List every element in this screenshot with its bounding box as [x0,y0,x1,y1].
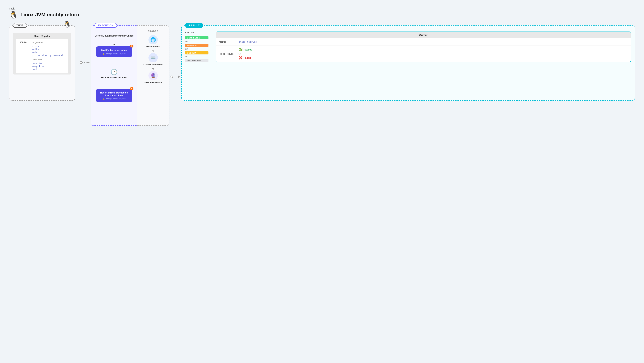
output-title: Output [216,32,631,38]
badge-queued: QUEUED [185,51,208,54]
derive-step: Derive Linux machine under Chaos [94,34,134,37]
passed-result: ✅ Passed [238,48,252,52]
field-method: method [32,48,63,50]
required-header: REQUIRED [32,42,63,44]
x-circle-icon: ❌ [238,56,242,60]
or-probe: OR [238,53,252,55]
revert-privilege: Privilege access required [106,98,126,100]
field-pid: pid or startup command [32,54,63,56]
user-inputs-title: User Inputs [16,35,68,38]
optional-header: OPTIONAL [32,59,63,61]
execution-badge: EXECUTION [94,23,117,28]
modify-step-title: Modify the return value [99,49,129,52]
modify-step-box: ⚑ Modify the return value 🔒 Privilege ac… [96,46,132,57]
fault-label: Fault [9,7,635,10]
metrics-value: chaos metrics [238,40,257,43]
lock-icon: 🔒 [102,53,105,54]
page-title: Linux JVM modify return [20,12,79,18]
probe-to-result-arrow [170,76,181,78]
command-probe-name: COMMAND PROBE [144,64,162,66]
linux-tux-icon: 🐧 [63,20,71,28]
srm-probe-name: SRM SLO PROBE [144,81,162,84]
tune-badge: TUNE [13,23,27,28]
badge-errored: ERRORED [185,44,208,47]
tunable-label: Tunable [18,41,30,43]
field-return: return [32,51,63,54]
command-probe: ⌨️ COMMAND PROBE [140,53,166,66]
revert-step-box: ⚑ Revert stress process on Linux machine… [96,89,132,102]
lock-icon-2: 🔒 [102,98,105,100]
field-duration: duration [32,62,63,64]
badge-incompleted: INCOMPLETED [185,59,208,62]
wait-icon: 🕐 [110,68,118,76]
probe-results-row: Probe Results ✅ Passed OR ❌ Failed [216,46,631,62]
failed-result: ❌ Failed [238,56,252,60]
status-title: STATUS [185,32,208,34]
probe-or-1: OR [140,50,166,52]
http-probe-name: HTTP PROBE [146,46,160,48]
http-probe: 🌐 HTTP PROBE [140,35,166,48]
probes-label: PROBES [140,30,166,32]
probe-results-label: Probe Results [219,52,235,55]
tune-to-execution-arrow [79,61,90,64]
or-1: OR [185,40,208,42]
linux-icon: 🐧 [9,11,18,18]
metrics-row: Metrics chaos metrics [216,38,631,46]
revert-step-title: Revert stress process on Linux machines [99,91,129,97]
badge-completed: COMPLETED [185,36,208,40]
field-ramp-time: ramp time [32,65,63,68]
metrics-label: Metrics [219,40,235,43]
modify-privilege: Privilege access required [106,53,126,54]
wait-label: Wait for chaos duration [101,76,127,79]
field-port: port [32,68,63,70]
result-badge: RESULT [185,23,203,28]
check-circle-icon: ✅ [238,48,242,52]
probe-or-2: OR [140,68,166,70]
or-2: OR [185,48,208,50]
field-class: class [32,45,63,48]
srm-probe: 🔮 SRM SLO PROBE [140,71,166,84]
or-3: OR [185,56,208,58]
